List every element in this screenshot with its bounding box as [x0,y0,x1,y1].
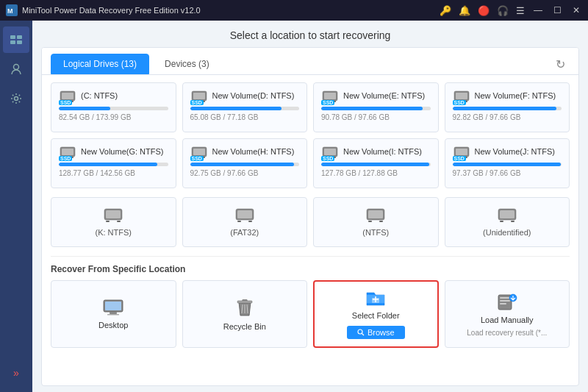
drive-card-f[interactable]: SSD New Volume(F: NTFS) 92.82 GB / 97.66… [445,82,570,132]
drive-size-h: 92.75 GB / 97.66 GB [190,169,300,177]
ssd-badge: SSD [190,156,204,161]
svg-rect-55 [511,221,514,222]
select-folder-label: Select Folder [352,311,400,320]
load-manually-sub: Load recovery result (*... [467,329,547,337]
drive-card-fat32[interactable]: (FAT32) [182,197,308,247]
sidebar-item-settings[interactable] [3,85,29,112]
drive-name-g: New Volume(G: NTFS) [81,147,163,157]
svg-rect-45 [237,210,252,218]
folder-icon [365,289,386,307]
svg-rect-17 [324,93,336,99]
tab-logical-drives[interactable]: Logical Drives (13) [51,54,149,74]
svg-rect-21 [456,93,467,99]
ssd-badge: SSD [59,156,72,161]
menu-icon[interactable]: ☰ [516,5,525,16]
drive-size-d: 65.08 GB / 77.18 GB [190,113,300,121]
drive-card-d[interactable]: SSD New Volume(D: NTFS) 65.08 GB / 77.18… [182,82,308,132]
svg-rect-53 [500,210,514,218]
drives-grid: SSD (C: NTFS) 82.54 GB / 173.99 GB [51,82,570,188]
svg-point-7 [15,97,18,101]
drive-name-h: New Volume(H: NTFS) [212,147,295,157]
svg-rect-41 [106,210,121,218]
expand-button[interactable]: » [3,360,29,386]
svg-line-68 [362,334,364,336]
svg-rect-58 [110,312,117,314]
drive-card-g[interactable]: SSD New Volume(G: NTFS) 128.77 GB / 142.… [51,138,176,188]
ssd-badge: SSD [59,100,72,105]
maximize-button[interactable]: ☐ [551,4,563,16]
desktop-icon [102,299,124,316]
browse-button[interactable]: Browse [347,326,405,339]
svg-rect-43 [117,221,121,222]
drive-icon-e: SSD [321,89,339,104]
drive-size-g: 128.77 GB / 142.56 GB [59,169,168,177]
sidebar-item-recovery[interactable] [3,26,29,53]
drive-progress-e [321,107,431,110]
drive-card-unidentified[interactable]: (Unidentified) [445,197,570,247]
drive-size-c: 82.54 GB / 173.99 GB [59,113,168,121]
recycle-bin-icon [235,297,254,318]
tabs-bar: Logical Drives (13) Devices (3) ↻ [42,48,578,75]
ssd-badge: SSD [321,156,334,161]
drive-label-k: (K: NTFS) [96,228,132,237]
drive-card-k[interactable]: (K: NTFS) [51,197,176,247]
drive-icon-f: SSD [453,89,470,104]
headset-icon[interactable]: 🎧 [497,5,509,16]
drive-progress-g [59,163,168,166]
drive-name-d: New Volume(D: NTFS) [212,91,295,101]
svg-rect-54 [500,221,503,222]
title-bar-controls: 🔑 🔔 🔴 🎧 ☰ — ☐ ✕ [440,4,582,16]
drive-card-ntfs[interactable]: (NTFS) [313,197,439,247]
specific-section-title: Recover From Specific Location [51,264,570,274]
hdd-icon-ntfs [365,207,386,224]
close-button[interactable]: ✕ [570,4,582,16]
svg-rect-25 [62,149,74,155]
svg-rect-47 [248,221,252,222]
page-title: Select a location to start recovering [32,21,588,47]
svg-rect-57 [105,302,121,310]
ssd-badge: SSD [321,100,334,105]
svg-rect-37 [456,149,467,155]
specific-card-load-manually[interactable]: Load Manually Load recovery result (*... [445,280,570,348]
svg-rect-33 [324,149,336,155]
recycle-bin-label: Recycle Bin [223,322,266,331]
svg-rect-72 [500,303,506,304]
bell-icon[interactable]: 🔔 [459,5,470,16]
drive-name-c: (C: NTFS) [81,91,118,101]
tab-devices[interactable]: Devices (3) [152,54,222,74]
drive-card-j[interactable]: SSD New Volume(J: NTFS) 97.37 GB / 97.66… [445,138,570,188]
svg-rect-13 [193,93,205,99]
drive-progress-d [190,107,300,110]
minimize-button[interactable]: — [532,4,544,16]
drive-size-e: 90.78 GB / 97.66 GB [321,113,431,121]
drive-size-i: 127.78 GB / 127.88 GB [321,169,431,177]
svg-rect-42 [106,221,110,222]
specific-card-select-folder[interactable]: Select Folder Browse [313,280,439,348]
svg-rect-29 [193,149,205,155]
svg-point-6 [14,65,19,70]
drive-card-h[interactable]: SSD New Volume(H: NTFS) 92.75 GB / 97.66… [182,138,308,188]
svg-rect-59 [107,314,119,316]
specific-card-desktop[interactable]: Desktop [51,280,176,348]
drive-icon-g: SSD [59,145,76,160]
drives-container[interactable]: SSD (C: NTFS) 82.54 GB / 173.99 GB [42,75,578,385]
drive-icon-h: SSD [190,145,208,160]
drive-card-c[interactable]: SSD (C: NTFS) 82.54 GB / 173.99 GB [51,82,176,132]
sidebar-item-grid[interactable] [3,56,29,82]
drive-progress-c [59,107,168,110]
drive-progress-h [190,163,300,166]
record-icon[interactable]: 🔴 [478,5,490,16]
specific-grid: Desktop Recycl [51,280,570,348]
ssd-badge: SSD [453,100,466,105]
drive-card-i[interactable]: SSD New Volume(I: NTFS) 127.78 GB / 127.… [313,138,439,188]
refresh-button[interactable]: ↻ [551,56,570,73]
svg-rect-70 [500,297,510,299]
drive-card-e[interactable]: SSD New Volume(E: NTFS) 90.78 GB / 97.66… [313,82,439,132]
hdd-icon-unidentified [497,207,517,224]
drive-icon-d: SSD [190,89,208,104]
drive-name-i: New Volume(I: NTFS) [343,147,422,157]
search-icon [357,329,365,336]
specific-card-recycle[interactable]: Recycle Bin [182,280,308,348]
svg-rect-46 [237,221,241,222]
key-icon[interactable]: 🔑 [440,5,451,16]
